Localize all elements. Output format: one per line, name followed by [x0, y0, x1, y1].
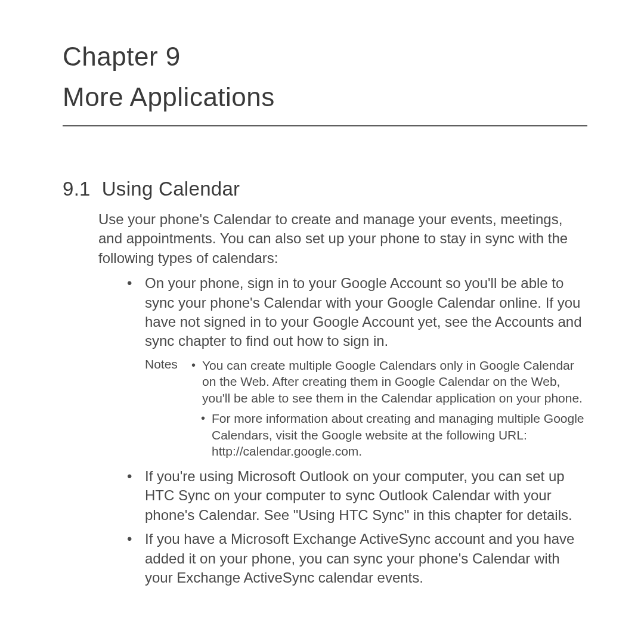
bullet-item: On your phone, sign in to your Google Ac… [127, 274, 587, 351]
chapter-heading: Chapter 9 [63, 42, 587, 72]
bullet-item: If you're using Microsoft Outlook on you… [127, 467, 587, 525]
section-number: 9.1 [63, 178, 91, 200]
section-heading: 9.1 Using Calendar [63, 178, 587, 200]
intro-paragraph: Use your phone's Calendar to create and … [98, 210, 587, 268]
notes-list: You can create multiple Google Calendars… [191, 357, 587, 460]
notes-label: Notes [145, 357, 191, 371]
notes-item: For more information about creating and … [201, 410, 587, 460]
bullet-list: On your phone, sign in to your Google Ac… [127, 274, 587, 351]
chapter-title: More Applications [63, 82, 587, 126]
bullet-list-cont: If you're using Microsoft Outlook on you… [127, 467, 587, 587]
bullet-item: If you have a Microsoft Exchange ActiveS… [127, 530, 587, 587]
notes-block: Notes You can create multiple Google Cal… [145, 357, 587, 463]
section-title: Using Calendar [102, 178, 240, 200]
notes-item: You can create multiple Google Calendars… [191, 357, 587, 407]
